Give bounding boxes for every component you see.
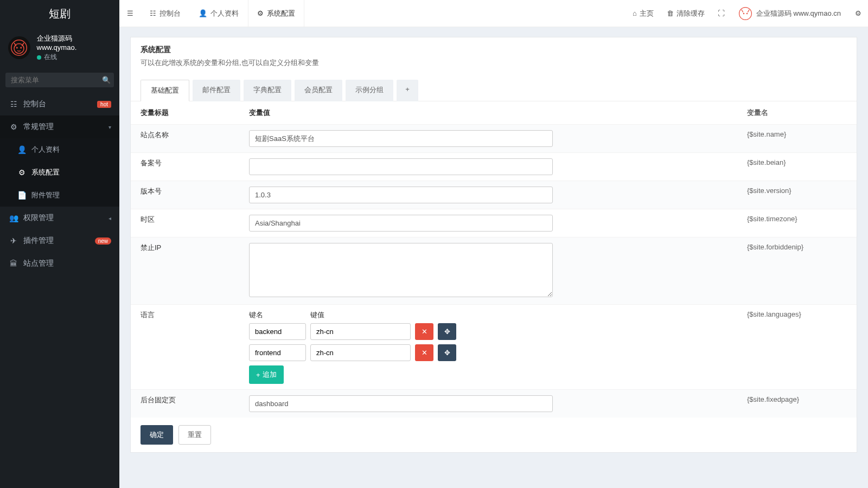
menu-toggle[interactable]: ☰ bbox=[119, 0, 141, 27]
kv-row-1: ✕ ✥ bbox=[249, 344, 727, 361]
badge-new: new bbox=[95, 237, 111, 245]
user-name: 企业猫源码 www.qymao. bbox=[37, 34, 111, 52]
search-icon[interactable]: 🔍 bbox=[102, 76, 111, 84]
kv-val-input[interactable] bbox=[310, 344, 411, 361]
chevron-left-icon: ◂ bbox=[108, 215, 111, 221]
svg-point-2 bbox=[16, 47, 18, 49]
times-icon: ✕ bbox=[422, 328, 427, 336]
search-input[interactable] bbox=[11, 76, 102, 84]
th-title: 变量标题 bbox=[131, 101, 239, 125]
config-tabs: 基础配置 邮件配置 字典配置 会员配置 示例分组 + bbox=[131, 72, 857, 101]
avatar-small bbox=[739, 7, 752, 20]
kv-remove-button[interactable]: ✕ bbox=[415, 344, 433, 361]
top-fullscreen[interactable]: ⛶ bbox=[711, 0, 731, 27]
nav-label: 插件管理 bbox=[23, 236, 54, 246]
cell-title: 版本号 bbox=[131, 181, 239, 209]
sidebar-item-site[interactable]: 🏛 站点管理 bbox=[0, 252, 119, 275]
cell-title: 站点名称 bbox=[131, 125, 239, 153]
cell-var: {$site.timezone} bbox=[737, 209, 857, 237]
sidebar-item-dashboard[interactable]: ☷ 控制台 hot bbox=[0, 93, 119, 115]
top-tab-profile[interactable]: 👤 个人资料 bbox=[190, 0, 248, 27]
sidebar-item-auth[interactable]: 👥 权限管理 ◂ bbox=[0, 207, 119, 229]
chevron-down-icon: ▾ bbox=[108, 124, 111, 130]
svg-point-4 bbox=[739, 7, 752, 20]
cell-title: 时区 bbox=[131, 209, 239, 237]
dashboard-icon: ☷ bbox=[8, 100, 19, 108]
status-label: 在线 bbox=[44, 53, 57, 62]
sidebar-group-general: ⚙ 常规管理 ▾ 👤 个人资料 ⚙ 系统配置 📄 附件管理 bbox=[0, 115, 119, 207]
input-timezone[interactable] bbox=[249, 215, 553, 232]
cogs-icon: ⚙ bbox=[855, 9, 861, 17]
svg-point-6 bbox=[746, 12, 748, 14]
sidebar-item-attachment[interactable]: 📄 附件管理 bbox=[0, 184, 119, 207]
cell-var: {$site.languages} bbox=[737, 305, 857, 390]
kv-append-button[interactable]: + 追加 bbox=[249, 365, 284, 384]
brand-title[interactable]: 短剧 bbox=[0, 0, 119, 27]
submit-button[interactable]: 确定 bbox=[141, 425, 173, 445]
input-version[interactable] bbox=[249, 187, 553, 203]
tab-add[interactable]: + bbox=[397, 80, 418, 101]
panel-title: 系统配置 bbox=[141, 45, 847, 55]
th-var: 变量名 bbox=[737, 101, 857, 125]
bank-icon: 🏛 bbox=[8, 259, 19, 268]
row-site-name: 站点名称 {$site.name} bbox=[131, 125, 857, 153]
kv-key-input[interactable] bbox=[249, 323, 306, 340]
nav-label: 常规管理 bbox=[23, 122, 54, 132]
sidebar-item-addon[interactable]: ✈ 插件管理 new bbox=[0, 229, 119, 252]
kv-remove-button[interactable]: ✕ bbox=[415, 323, 433, 340]
tab-user[interactable]: 会员配置 bbox=[295, 80, 342, 101]
sidebar-item-config[interactable]: ⚙ 系统配置 bbox=[0, 161, 119, 184]
trash-icon: 🗑 bbox=[667, 9, 674, 17]
tab-label: 个人资料 bbox=[210, 9, 239, 18]
sidebar-search[interactable]: 🔍 bbox=[5, 73, 114, 87]
input-beian[interactable] bbox=[249, 158, 553, 175]
tab-label: 系统配置 bbox=[267, 9, 295, 18]
tab-dict[interactable]: 字典配置 bbox=[244, 80, 291, 101]
kv-move-button[interactable]: ✥ bbox=[438, 344, 456, 361]
sidebar-item-profile[interactable]: 👤 个人资料 bbox=[0, 138, 119, 161]
user-icon: 👤 bbox=[199, 9, 207, 17]
plus-icon: + bbox=[405, 85, 410, 93]
row-fixedpage: 后台固定页 {$site.fixedpage} bbox=[131, 390, 857, 418]
avatar[interactable] bbox=[8, 36, 30, 59]
panel-desc: 可以在此增改系统的变量和分组,也可以自定义分组和变量 bbox=[141, 58, 847, 68]
cell-var: {$site.forbiddenip} bbox=[737, 237, 857, 305]
panel: 系统配置 可以在此增改系统的变量和分组,也可以自定义分组和变量 基础配置 邮件配… bbox=[130, 37, 857, 453]
user-status: 在线 bbox=[37, 53, 111, 62]
th-value: 变量值 bbox=[239, 101, 737, 125]
tab-mail[interactable]: 邮件配置 bbox=[193, 80, 240, 101]
input-site-name[interactable] bbox=[249, 130, 553, 147]
tab-example[interactable]: 示例分组 bbox=[346, 80, 393, 101]
row-beian: 备案号 {$site.beian} bbox=[131, 153, 857, 181]
row-forbiddenip: 禁止IP {$site.forbiddenip} bbox=[131, 237, 857, 305]
cat-avatar-icon bbox=[739, 7, 752, 20]
label: 追加 bbox=[263, 370, 277, 380]
top-clear-cache[interactable]: 🗑 清除缓存 bbox=[660, 0, 711, 27]
label: 清除缓存 bbox=[676, 9, 705, 18]
cell-title: 备案号 bbox=[131, 153, 239, 181]
cell-title: 禁止IP bbox=[131, 237, 239, 305]
top-tab-dashboard[interactable]: ☷ 控制台 bbox=[141, 0, 190, 27]
input-fixedpage[interactable] bbox=[249, 395, 553, 412]
nav-label: 个人资料 bbox=[31, 145, 60, 155]
gear-icon: ⚙ bbox=[257, 9, 264, 17]
kv-val-input[interactable] bbox=[310, 323, 411, 340]
kv-header-val: 键值 bbox=[310, 310, 411, 320]
form-actions: 确定 重置 bbox=[131, 418, 857, 452]
kv-key-input[interactable] bbox=[249, 344, 306, 361]
top-settings[interactable]: ⚙ bbox=[848, 0, 868, 27]
dashboard-icon: ☷ bbox=[150, 9, 156, 17]
tab-basic[interactable]: 基础配置 bbox=[141, 80, 189, 101]
badge-hot: hot bbox=[97, 101, 111, 108]
row-version: 版本号 {$site.version} bbox=[131, 181, 857, 209]
top-home[interactable]: ⌂ 主页 bbox=[626, 0, 660, 27]
kv-move-button[interactable]: ✥ bbox=[438, 323, 456, 340]
textarea-forbiddenip[interactable] bbox=[249, 243, 553, 297]
top-tab-config[interactable]: ⚙ 系统配置 bbox=[248, 0, 304, 27]
sidebar-item-general[interactable]: ⚙ 常规管理 ▾ bbox=[0, 115, 119, 138]
brand-label: 企业猫源码 www.qymao.cn bbox=[756, 9, 841, 18]
times-icon: ✕ bbox=[422, 349, 427, 357]
reset-button[interactable]: 重置 bbox=[178, 425, 211, 445]
row-timezone: 时区 {$site.timezone} bbox=[131, 209, 857, 237]
top-user[interactable]: 企业猫源码 www.qymao.cn bbox=[731, 0, 848, 27]
